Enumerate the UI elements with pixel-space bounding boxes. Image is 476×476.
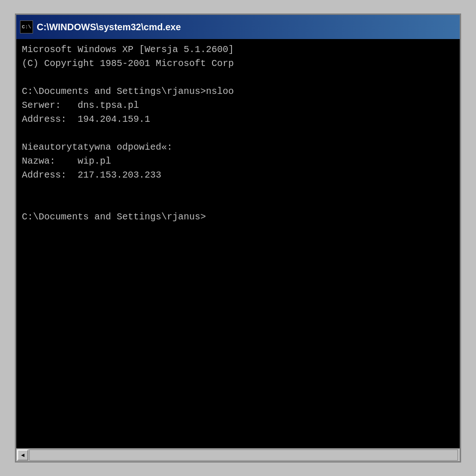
terminal-line: Nieautorytatywna odpowied«: bbox=[22, 140, 454, 154]
terminal-line bbox=[22, 71, 454, 85]
terminal-line: C:\Documents and Settings\rjanus>nsloo bbox=[22, 85, 454, 99]
horizontal-scrollbar: ◄ bbox=[16, 448, 460, 461]
window-title: C:\WINDOWS\system32\cmd.exe bbox=[37, 22, 456, 33]
title-bar: C:\ C:\WINDOWS\system32\cmd.exe bbox=[16, 15, 460, 39]
scroll-left-button[interactable]: ◄ bbox=[17, 450, 28, 461]
terminal-line: Address: 194.204.159.1 bbox=[22, 112, 454, 126]
terminal-line: Nazwa: wip.pl bbox=[22, 154, 454, 168]
terminal-line: (C) Copyright 1985-2001 Microsoft Corp bbox=[22, 57, 454, 71]
terminal-line bbox=[22, 182, 454, 196]
terminal-output[interactable]: Microsoft Windows XP [Wersja 5.1.2600](C… bbox=[16, 39, 460, 448]
terminal-line: Microsoft Windows XP [Wersja 5.1.2600] bbox=[22, 43, 454, 57]
left-arrow-icon: ◄ bbox=[20, 452, 26, 458]
terminal-line: Address: 217.153.203.233 bbox=[22, 168, 454, 182]
terminal-line bbox=[22, 196, 454, 210]
scroll-track[interactable] bbox=[29, 450, 458, 461]
terminal-line: C:\Documents and Settings\rjanus> bbox=[22, 210, 454, 224]
cmd-icon-label: C:\ bbox=[22, 25, 31, 30]
window-icon: C:\ bbox=[20, 20, 33, 33]
terminal-line: Serwer: dns.tpsa.pl bbox=[22, 99, 454, 112]
cmd-window: C:\ C:\WINDOWS\system32\cmd.exe Microsof… bbox=[15, 13, 461, 463]
terminal-line bbox=[22, 126, 454, 140]
